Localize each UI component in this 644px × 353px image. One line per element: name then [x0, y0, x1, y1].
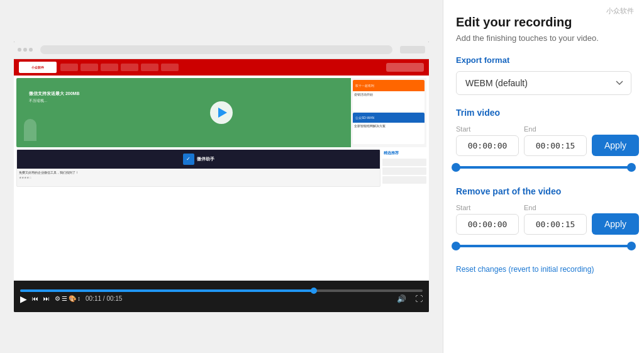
- fullscreen-button[interactable]: ⛶: [415, 294, 423, 303]
- search-bar: [386, 63, 424, 72]
- video-panel: 小众软件: [0, 0, 443, 353]
- progress-fill: [20, 289, 314, 292]
- trim-apply-button[interactable]: Apply: [592, 135, 639, 156]
- browser-dot: [29, 48, 33, 52]
- volume-icon[interactable]: 🔊: [397, 294, 406, 303]
- sub-content: ✓ 微伴助手 免费又好用的企业微信工具，我们找到了！ ★★★★☆: [16, 149, 426, 187]
- play-button[interactable]: ▶: [20, 294, 27, 303]
- remove-apply-button[interactable]: Apply: [592, 213, 639, 235]
- trim-start-label: Start: [456, 125, 519, 133]
- browser-dot: [18, 48, 21, 52]
- export-format-label: Export format: [456, 55, 631, 65]
- remove-start-label: Start: [456, 204, 519, 211]
- list-item-3: [382, 176, 426, 184]
- browser-dot: [23, 48, 27, 52]
- trim-end-group: End: [524, 125, 587, 156]
- edit-panel: 小众软件 Edit your recording Add the finishi…: [443, 0, 644, 353]
- list-item-2: [382, 167, 426, 175]
- browser-controls: [400, 46, 425, 53]
- more-controls: ⚙ ☰ 🎨 ↕: [55, 296, 80, 302]
- website-nav: 小众软件: [14, 59, 429, 76]
- side-card-2: 公众SD-WAN 全新智能组网解决方案: [353, 113, 425, 144]
- figure-decoration: [24, 119, 36, 141]
- remove-end-group: End: [524, 204, 587, 235]
- right-article-list: 精选推荐: [382, 149, 426, 187]
- progress-bar[interactable]: [20, 289, 423, 292]
- app-watermark: 小众软件: [606, 6, 634, 16]
- webpage-content: 微信支持发送最大 200MB 不压缩视...: [14, 76, 429, 281]
- skip-frame-button[interactable]: ⏭: [43, 296, 50, 302]
- filter-button[interactable]: ☰: [62, 296, 67, 302]
- play-triangle-icon: [218, 108, 227, 118]
- trim-start-input[interactable]: [456, 135, 519, 156]
- list-item-1: [382, 159, 426, 166]
- right-cards: 双十一超有利 促销活动开始 公众SD-WAN: [351, 78, 426, 147]
- remove-thumb-left[interactable]: [452, 242, 460, 250]
- trim-time-row: Start End Apply: [456, 125, 631, 156]
- remove-end-label: End: [524, 204, 587, 211]
- trim-video-label: Trim video: [456, 108, 631, 118]
- remove-start-input[interactable]: [456, 214, 519, 235]
- remove-end-input[interactable]: [524, 214, 587, 235]
- card-content: 免费又好用的企业微信工具，我们找到了！ ★★★★☆: [17, 169, 380, 181]
- card-image: ✓ 微伴助手: [17, 150, 380, 169]
- settings-button[interactable]: ⚙: [55, 296, 60, 302]
- trim-thumb-right[interactable]: [627, 163, 636, 172]
- page-title: Edit your recording: [456, 15, 631, 30]
- trim-end-input[interactable]: [524, 135, 587, 156]
- trim-start-group: Start: [456, 125, 519, 156]
- remove-track: [456, 245, 631, 247]
- remove-start-group: Start: [456, 204, 519, 235]
- main-article: 微信支持发送最大 200MB 不压缩视...: [14, 76, 429, 281]
- inner-play-button[interactable]: [210, 101, 233, 124]
- card2-header: 公众SD-WAN: [353, 113, 425, 123]
- nav-links: [60, 64, 179, 71]
- trim-range-slider[interactable]: [456, 164, 631, 171]
- export-format-select[interactable]: WEBM (default) MP4 GIF: [456, 71, 631, 95]
- card2-body: 全新智能组网解决方案: [353, 123, 425, 129]
- progress-thumb: [311, 288, 317, 294]
- remove-part-label: Remove part of the video: [456, 186, 631, 196]
- trim-track: [456, 166, 631, 169]
- card-header: 双十一超有利: [353, 80, 425, 91]
- palette-button[interactable]: 🎨: [69, 296, 76, 302]
- app-icon: ✓: [183, 154, 194, 165]
- page-subtitle: Add the finishing touches to your video.: [456, 33, 631, 43]
- video-controls-bar: ▶ ⏮ ⏭ ⚙ ☰ 🎨 ↕ 00:11 / 00:15 🔊 ⛶: [14, 281, 429, 312]
- banner-text: 微信支持发送最大 200MB 不压缩视...: [29, 91, 80, 104]
- time-display: 00:11 / 00:15: [86, 295, 122, 302]
- video-screenshot: 小众软件: [14, 42, 429, 281]
- url-bar: [40, 45, 392, 54]
- reset-changes-link[interactable]: Reset changes (revert to initial recordi…: [456, 265, 631, 274]
- trim-video-section: Trim video Start End Apply: [456, 108, 631, 171]
- video-banner: 微信支持发送最大 200MB 不压缩视...: [16, 78, 426, 147]
- skip-back-button[interactable]: ⏮: [32, 296, 38, 302]
- remove-thumb-right[interactable]: [627, 242, 636, 250]
- site-logo: 小众软件: [19, 62, 57, 73]
- controls-row: ▶ ⏮ ⏭ ⚙ ☰ 🎨 ↕ 00:11 / 00:15 🔊 ⛶: [20, 294, 423, 303]
- trim-end-label: End: [524, 125, 587, 133]
- cursor-button[interactable]: ↕: [77, 296, 80, 302]
- side-card: 双十一超有利 促销活动开始: [353, 80, 425, 111]
- trim-thumb-left[interactable]: [452, 163, 460, 172]
- remove-part-section: Remove part of the video Start End Apply: [456, 186, 631, 250]
- card-body: 促销活动开始: [353, 91, 425, 98]
- remove-range-slider[interactable]: [456, 242, 631, 250]
- article-card: ✓ 微伴助手 免费又好用的企业微信工具，我们找到了！ ★★★★☆: [16, 149, 380, 187]
- video-container: 小众软件: [14, 42, 429, 312]
- remove-time-row: Start End Apply: [456, 204, 631, 235]
